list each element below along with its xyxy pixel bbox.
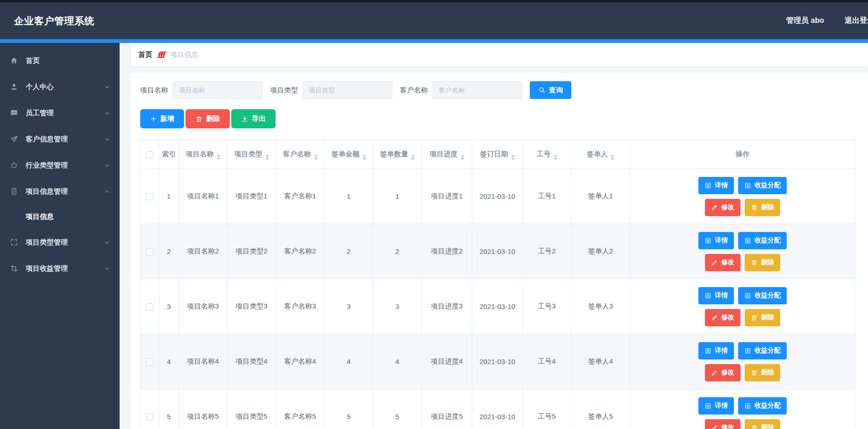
add-button[interactable]: 新增	[140, 109, 184, 128]
detail-button[interactable]: 详情	[698, 177, 734, 194]
sort-icon[interactable]	[554, 155, 557, 160]
sidebar-item-project-type-mgmt[interactable]: 项目类型管理	[0, 229, 120, 255]
chevron-down-icon	[104, 239, 110, 246]
select-all-cell	[141, 140, 159, 169]
sort-icon[interactable]	[363, 155, 366, 160]
header-signer[interactable]: 签单人	[571, 140, 630, 169]
cell-project-type: 项目类型5	[228, 389, 276, 429]
cell-sign-amount: 5	[325, 389, 373, 429]
detail-button[interactable]: 详情	[698, 342, 734, 359]
cell-sign-amount: 4	[325, 334, 373, 389]
cell-work-no: 工号2	[523, 224, 571, 279]
detail-button[interactable]: 详情	[698, 287, 734, 304]
edit-button[interactable]: 修改	[705, 254, 740, 271]
edit-button[interactable]: 修改	[705, 419, 740, 429]
customer-name-input[interactable]	[433, 81, 522, 99]
sort-icon[interactable]	[461, 155, 464, 160]
header-project-type[interactable]: 项目类型	[228, 140, 276, 169]
sidebar-item-customer-info-mgmt[interactable]: 客户信息管理	[0, 126, 120, 152]
document-icon	[744, 237, 751, 244]
header-actions: 操作	[630, 140, 855, 169]
user-icon	[9, 82, 19, 91]
row-delete-button[interactable]: 删除	[745, 364, 780, 381]
sidebar-item-project-info-mgmt[interactable]: 项目信息管理	[0, 178, 120, 204]
power-icon	[9, 161, 19, 170]
trash-icon	[751, 314, 758, 321]
cell-index: 3	[159, 279, 179, 334]
top-navbar: 企业客户管理系统 管理员 abo 退出登录	[0, 2, 868, 39]
edit-button[interactable]: 修改	[705, 199, 740, 216]
row-checkbox[interactable]	[146, 303, 153, 310]
cell-project-type: 项目类型3	[228, 279, 276, 334]
row-delete-button[interactable]: 删除	[745, 199, 780, 216]
sort-icon[interactable]	[511, 155, 515, 160]
header-project-name[interactable]: 项目名称	[179, 140, 228, 169]
trash-icon	[751, 204, 758, 211]
project-name-input[interactable]	[173, 81, 263, 99]
row-checkbox[interactable]	[146, 193, 153, 200]
row-checkbox[interactable]	[146, 248, 153, 255]
row-checkbox[interactable]	[146, 359, 153, 366]
delete-button[interactable]: 删除	[185, 109, 230, 128]
edit-button[interactable]: 修改	[705, 309, 740, 326]
message-icon	[9, 108, 19, 118]
row-delete-button[interactable]: 删除	[745, 419, 780, 429]
trash-icon	[195, 115, 203, 123]
cell-signer: 签单人3	[571, 279, 630, 334]
export-button[interactable]: 导出	[231, 109, 276, 128]
income-allocation-button[interactable]: 收益分配	[738, 177, 787, 194]
chevron-down-icon	[104, 162, 110, 169]
sidebar-item-industry-type-mgmt[interactable]: 行业类型管理	[0, 152, 120, 178]
row-delete-button[interactable]: 删除	[745, 309, 780, 326]
logout-link[interactable]: 退出登录	[845, 16, 868, 26]
table-row: 1 项目名称1 项目类型1 客户名称1 1 1 项目进度1 2021-03-10…	[141, 169, 855, 224]
sidebar: 首页 个人中心 员工管理 客户信息管理 行业类型管理 项目信息管理	[0, 43, 120, 429]
sidebar-item-personal-center[interactable]: 个人中心	[0, 74, 120, 100]
income-allocation-button[interactable]: 收益分配	[738, 287, 787, 304]
header-work-no[interactable]: 工号	[523, 140, 571, 169]
row-checkbox[interactable]	[146, 414, 153, 421]
trash-icon	[751, 424, 758, 429]
sort-icon[interactable]	[314, 155, 318, 160]
header-sign-date[interactable]: 签订日期	[472, 140, 523, 169]
sidebar-item-home[interactable]: 首页	[0, 48, 120, 74]
customer-name-label: 客户名称	[400, 86, 428, 95]
header-customer-name[interactable]: 客户名称	[276, 140, 325, 169]
header-sign-amount[interactable]: 签单金额	[325, 140, 373, 169]
sort-icon[interactable]	[411, 155, 415, 160]
detail-button[interactable]: 详情	[698, 232, 734, 249]
sort-icon[interactable]	[265, 155, 269, 160]
income-allocation-button[interactable]: 收益分配	[738, 232, 787, 249]
cell-project-progress: 项目进度1	[422, 169, 472, 224]
query-button[interactable]: 查询	[530, 81, 571, 99]
table-row: 2 项目名称2 项目类型2 客户名称2 2 2 项目进度2 2021-03-10…	[141, 224, 855, 279]
income-allocation-button[interactable]: 收益分配	[738, 342, 787, 359]
cell-project-name: 项目名称5	[179, 389, 228, 429]
header-sign-quantity[interactable]: 签单数量	[373, 140, 422, 169]
document-icon	[704, 292, 711, 299]
sort-icon[interactable]	[611, 155, 614, 160]
table-row: 5 项目名称5 项目类型5 客户名称5 5 5 项目进度5 2021-03-10…	[141, 389, 855, 429]
breadcrumb-home[interactable]: 首页	[138, 50, 152, 59]
cell-actions: 详情 收益分配 修改 删除	[630, 224, 855, 279]
cell-customer-name: 客户名称5	[276, 389, 325, 429]
sidebar-item-project-income-mgmt[interactable]: 项目收益管理	[0, 255, 120, 281]
document-icon	[704, 402, 711, 409]
sidebar-item-employee-mgmt[interactable]: 员工管理	[0, 100, 120, 126]
row-select-cell	[141, 334, 159, 389]
income-allocation-button[interactable]: 收益分配	[738, 397, 787, 415]
cell-customer-name: 客户名称3	[276, 279, 325, 334]
breadcrumb-current: 项目信息	[170, 50, 198, 59]
cell-signer: 签单人2	[571, 224, 630, 279]
current-user[interactable]: 管理员 abo	[786, 16, 824, 26]
edit-button[interactable]: 修改	[705, 364, 740, 381]
sidebar-subitem-project-info[interactable]: 项目信息	[0, 204, 120, 229]
document-icon	[744, 402, 751, 409]
project-type-input[interactable]	[303, 81, 392, 99]
detail-button[interactable]: 详情	[698, 397, 734, 415]
header-project-progress[interactable]: 项目进度	[422, 140, 472, 169]
cell-project-name: 项目名称4	[179, 334, 228, 389]
select-all-checkbox[interactable]	[146, 151, 153, 158]
sort-icon[interactable]	[217, 155, 221, 160]
row-delete-button[interactable]: 删除	[745, 254, 780, 271]
